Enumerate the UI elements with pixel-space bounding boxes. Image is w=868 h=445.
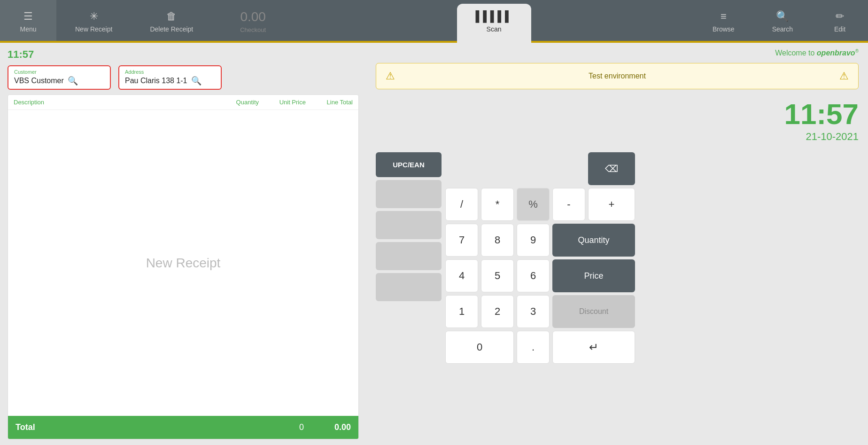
right-time: 11:57 bbox=[784, 100, 859, 129]
delete-receipt-button[interactable]: 🗑 Delete Receipt bbox=[131, 0, 212, 43]
col-description: Description bbox=[14, 99, 217, 106]
scan-label: Scan bbox=[487, 25, 502, 33]
barcode-icon: ▌▌▌▌▌ bbox=[476, 10, 512, 23]
warning-text: Test environment bbox=[589, 72, 646, 80]
brand-name: openbravo bbox=[817, 49, 855, 57]
col-unit-price: Unit Price bbox=[259, 99, 306, 106]
key-4[interactable]: 4 bbox=[445, 259, 478, 292]
table-body: New Receipt bbox=[8, 110, 358, 416]
receipt-table: Description Quantity Unit Price Line Tot… bbox=[8, 94, 359, 439]
left-time: 11:57 bbox=[8, 48, 34, 61]
customer-label: Customer bbox=[14, 69, 104, 75]
menu-label: Menu bbox=[20, 25, 36, 33]
right-panel: Welcome to openbravo® ⚠ Test environment… bbox=[366, 43, 868, 445]
address-value-row: Pau Claris 138 1-1 🔍 bbox=[125, 76, 215, 86]
edit-label: Edit bbox=[834, 25, 845, 33]
price-button[interactable]: Price bbox=[552, 259, 635, 292]
address-search-icon[interactable]: 🔍 bbox=[191, 76, 202, 86]
customer-value: VBS Customer bbox=[14, 77, 64, 85]
welcome-area: Welcome to openbravo® bbox=[376, 48, 859, 57]
col-line-total: Line Total bbox=[306, 99, 353, 106]
search-label: Search bbox=[772, 25, 793, 33]
address-label: Address bbox=[125, 69, 215, 75]
col-quantity: Quantity bbox=[217, 99, 259, 106]
customer-field[interactable]: Customer VBS Customer 🔍 bbox=[8, 65, 111, 90]
upc-empty-3 bbox=[376, 242, 442, 270]
delete-icon: 🗑 bbox=[166, 10, 177, 23]
left-top-row: 11:57 bbox=[8, 48, 359, 61]
table-footer: Total 0 0.00 bbox=[8, 416, 358, 439]
browse-button[interactable]: ≡ Browse bbox=[694, 0, 753, 43]
plus-button[interactable]: + bbox=[588, 188, 635, 221]
welcome-text: Welcome to bbox=[775, 49, 814, 57]
customer-address-row: Customer VBS Customer 🔍 Address Pau Clar… bbox=[8, 65, 359, 90]
main-content: 11:57 Customer VBS Customer 🔍 Address Pa… bbox=[0, 43, 868, 445]
numpad-grid: ⌫ / * % - + 7 8 9 Quantity 4 5 6 Price 1… bbox=[445, 152, 635, 364]
percent-button[interactable]: % bbox=[517, 188, 550, 221]
left-panel: 11:57 Customer VBS Customer 🔍 Address Pa… bbox=[0, 43, 366, 445]
customer-value-row: VBS Customer 🔍 bbox=[14, 76, 104, 86]
checkout-area[interactable]: 0.00 Checkout bbox=[212, 0, 294, 43]
upc-ean-button[interactable]: UPC/EAN bbox=[376, 152, 442, 177]
checkout-amount: 0.00 bbox=[240, 9, 266, 24]
backspace-button[interactable]: ⌫ bbox=[588, 152, 635, 185]
edit-icon: ✏ bbox=[836, 10, 844, 23]
warning-banner: ⚠ Test environment ⚠ bbox=[376, 63, 859, 89]
table-header: Description Quantity Unit Price Line Tot… bbox=[8, 95, 358, 110]
top-navigation: ☰ Menu ✳ New Receipt 🗑 Delete Receipt 0.… bbox=[0, 0, 868, 43]
upc-empty-2 bbox=[376, 211, 442, 239]
key-0[interactable]: 0 bbox=[445, 331, 514, 364]
key-8[interactable]: 8 bbox=[481, 224, 514, 257]
numpad-area: UPC/EAN ⌫ / * % - + 7 8 9 Quantity bbox=[376, 152, 859, 439]
delete-receipt-label: Delete Receipt bbox=[150, 25, 193, 33]
search-button[interactable]: 🔍 Search bbox=[753, 0, 812, 43]
quantity-button[interactable]: Quantity bbox=[552, 224, 635, 257]
warning-icon-left: ⚠ bbox=[386, 70, 395, 82]
gold-bar bbox=[0, 41, 868, 43]
key-2[interactable]: 2 bbox=[481, 295, 514, 328]
address-field[interactable]: Address Pau Claris 138 1-1 🔍 bbox=[118, 65, 222, 90]
total-label: Total bbox=[16, 422, 262, 432]
warning-icon-right: ⚠ bbox=[839, 70, 849, 82]
total-amount: 0.00 bbox=[304, 422, 351, 432]
scan-button[interactable]: ▌▌▌▌▌ Scan bbox=[457, 4, 531, 43]
browse-label: Browse bbox=[713, 25, 735, 33]
checkout-label: Checkout bbox=[240, 26, 266, 33]
total-qty: 0 bbox=[262, 422, 304, 432]
key-7[interactable]: 7 bbox=[445, 224, 478, 257]
key-3[interactable]: 3 bbox=[517, 295, 550, 328]
browse-icon: ≡ bbox=[721, 10, 727, 23]
right-date: 21-10-2021 bbox=[806, 131, 859, 143]
key-6[interactable]: 6 bbox=[517, 259, 550, 292]
menu-icon: ☰ bbox=[23, 10, 33, 23]
star-button[interactable]: * bbox=[481, 188, 514, 221]
upc-empty-4 bbox=[376, 273, 442, 301]
search-icon: 🔍 bbox=[776, 10, 789, 23]
key-5[interactable]: 5 bbox=[481, 259, 514, 292]
new-receipt-button[interactable]: ✳ New Receipt bbox=[56, 0, 131, 43]
new-receipt-label: New Receipt bbox=[75, 25, 112, 33]
menu-button[interactable]: ☰ Menu bbox=[0, 0, 56, 43]
minus-button[interactable]: - bbox=[552, 188, 585, 221]
upc-panel: UPC/EAN bbox=[376, 152, 442, 301]
address-value: Pau Claris 138 1-1 bbox=[125, 77, 187, 85]
edit-button[interactable]: ✏ Edit bbox=[812, 0, 868, 43]
empty-receipt-text: New Receipt bbox=[146, 256, 221, 271]
upc-empty-1 bbox=[376, 180, 442, 208]
key-9[interactable]: 9 bbox=[517, 224, 550, 257]
dot-button[interactable]: . bbox=[517, 331, 550, 364]
enter-button[interactable]: ↵ bbox=[552, 331, 635, 364]
slash-button[interactable]: / bbox=[445, 188, 478, 221]
new-receipt-icon: ✳ bbox=[90, 10, 98, 23]
key-1[interactable]: 1 bbox=[445, 295, 478, 328]
customer-search-icon[interactable]: 🔍 bbox=[68, 76, 78, 86]
discount-button[interactable]: Discount bbox=[552, 295, 635, 328]
right-clock-area: 11:57 21-10-2021 bbox=[376, 100, 859, 143]
